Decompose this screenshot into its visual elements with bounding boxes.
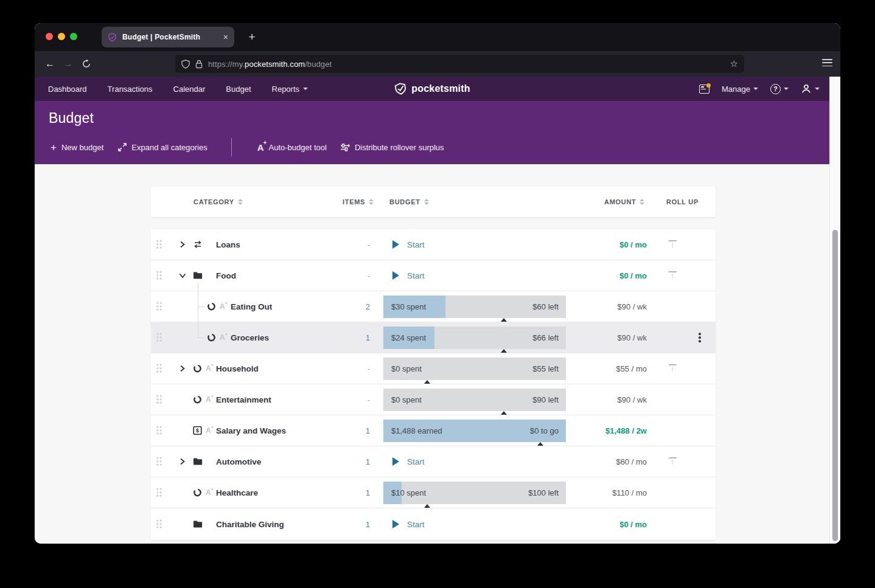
- nav-transactions[interactable]: Transactions: [108, 85, 153, 94]
- items-count-link[interactable]: 1: [344, 520, 370, 529]
- nav-dashboard[interactable]: Dashboard: [48, 85, 87, 94]
- category-name[interactable]: Household: [216, 364, 259, 373]
- window-controls[interactable]: [46, 33, 77, 40]
- nav-budget[interactable]: Budget: [226, 85, 251, 94]
- url-text[interactable]: https://my.pocketsmith.com/budget: [208, 60, 332, 69]
- sort-icon[interactable]: [238, 199, 243, 205]
- nav-reports[interactable]: Reports: [272, 85, 309, 94]
- manage-menu[interactable]: Manage: [722, 85, 758, 94]
- new-budget-button[interactable]: + New budget: [51, 142, 103, 153]
- chevron-right-icon[interactable]: [179, 365, 186, 372]
- chevron-right-icon[interactable]: [179, 241, 186, 248]
- category-name[interactable]: Food: [216, 271, 236, 280]
- budget-bar[interactable]: $24 spent $66 left: [383, 327, 566, 349]
- sort-icon[interactable]: [640, 199, 644, 205]
- chevron-down-icon[interactable]: [179, 272, 186, 279]
- scrollbar-track[interactable]: [829, 77, 840, 544]
- nav-calendar[interactable]: Calendar: [173, 85, 206, 94]
- account-menu[interactable]: [801, 83, 820, 94]
- drag-handle-icon[interactable]: [156, 519, 162, 530]
- category-name[interactable]: Healthcare: [216, 488, 258, 497]
- column-budget[interactable]: Budget: [389, 187, 429, 217]
- drag-handle-icon[interactable]: [156, 426, 162, 436]
- table-row[interactable]: Food - Start $0 / mo ↑: [151, 260, 716, 291]
- category-name[interactable]: Eating Out: [231, 302, 272, 311]
- rollup-icon[interactable]: ↑: [666, 271, 679, 280]
- category-name[interactable]: Charitable Giving: [216, 520, 284, 529]
- drag-handle-icon[interactable]: [156, 271, 162, 281]
- help-menu[interactable]: ?: [770, 84, 789, 94]
- budget-cell[interactable]: $24 spent $66 left: [383, 322, 566, 353]
- rollup-icon[interactable]: ↑: [666, 457, 679, 466]
- play-icon[interactable]: [392, 240, 399, 249]
- chevron-right-icon[interactable]: [179, 458, 186, 465]
- whats-new-icon[interactable]: [699, 85, 709, 94]
- browser-tab[interactable]: Budget | PocketSmith ×: [102, 27, 234, 47]
- budget-bar[interactable]: $10 spent $100 left: [383, 482, 566, 504]
- table-row[interactable]: A+ Healthcare 1 $10 spent $100 left $110…: [151, 477, 716, 508]
- forward-icon[interactable]: →: [59, 58, 77, 69]
- budget-bar[interactable]: $30 spent $60 left: [383, 296, 566, 318]
- budget-cell[interactable]: Start: [383, 446, 566, 477]
- back-icon[interactable]: ←: [41, 58, 59, 69]
- start-budget-link[interactable]: Start: [407, 271, 425, 280]
- table-row[interactable]: A+ Household - $0 spent $55 left $55 / m…: [151, 353, 716, 384]
- column-items[interactable]: Items: [343, 187, 374, 217]
- play-icon[interactable]: [392, 457, 399, 466]
- table-row[interactable]: Loans - Start $0 / mo ↑: [151, 229, 716, 260]
- reload-icon[interactable]: [77, 59, 96, 69]
- start-budget-link[interactable]: Start: [407, 457, 425, 466]
- table-row[interactable]: A+ Entertainment - $0 spent $90 left $90…: [151, 384, 716, 415]
- minimize-window-icon[interactable]: [58, 33, 65, 40]
- bookmark-star-icon[interactable]: ☆: [730, 58, 738, 69]
- items-count-link[interactable]: 1: [344, 333, 370, 342]
- budget-cell[interactable]: Start: [383, 260, 566, 291]
- pocketsmith-logo[interactable]: pocketsmith: [394, 82, 470, 95]
- close-window-icon[interactable]: [46, 33, 53, 40]
- rollup-icon[interactable]: ↑: [666, 364, 679, 373]
- budget-cell[interactable]: $30 spent $60 left: [383, 291, 566, 322]
- rollup-icon[interactable]: ↑: [666, 240, 679, 249]
- items-count-link[interactable]: 1: [344, 488, 370, 497]
- items-count-link[interactable]: 1: [344, 426, 370, 435]
- category-name[interactable]: Groceries: [231, 333, 269, 342]
- items-count-link[interactable]: 2: [344, 302, 370, 311]
- table-row[interactable]: $ A+ Salary and Wages 1 $1,488 earned $0…: [151, 415, 716, 446]
- play-icon[interactable]: [392, 520, 399, 528]
- distribute-rollover-surplus-button[interactable]: Distribute rollover surplus: [340, 143, 444, 152]
- items-count-link[interactable]: 1: [344, 457, 370, 466]
- column-category[interactable]: Category: [193, 187, 243, 217]
- budget-bar[interactable]: $0 spent $55 left: [383, 358, 566, 380]
- drag-handle-icon[interactable]: [156, 364, 162, 374]
- drag-handle-icon[interactable]: [156, 302, 162, 312]
- budget-cell[interactable]: $0 spent $90 left: [383, 384, 566, 415]
- drag-handle-icon[interactable]: [156, 395, 162, 405]
- tab-close-icon[interactable]: ×: [223, 32, 228, 42]
- table-row[interactable]: A+ Eating Out 2 $30 spent $60 left $90 /…: [151, 291, 716, 322]
- shield-permissions-icon[interactable]: [181, 60, 190, 69]
- zoom-window-icon[interactable]: [70, 33, 77, 40]
- budget-cell[interactable]: $0 spent $55 left: [383, 353, 566, 384]
- lock-icon[interactable]: [195, 60, 203, 69]
- start-budget-link[interactable]: Start: [407, 240, 425, 249]
- category-name[interactable]: Loans: [216, 240, 240, 249]
- start-budget-link[interactable]: Start: [407, 520, 425, 529]
- budget-cell[interactable]: Start: [383, 229, 566, 260]
- new-tab-button[interactable]: +: [244, 29, 260, 45]
- url-bar[interactable]: https://my.pocketsmith.com/budget ☆: [175, 55, 744, 73]
- category-name[interactable]: Automotive: [216, 457, 261, 466]
- play-icon[interactable]: [392, 271, 399, 280]
- table-row[interactable]: Charitable Giving 1 Start $0 / mo: [151, 508, 716, 540]
- drag-handle-icon[interactable]: [156, 240, 162, 250]
- sort-icon[interactable]: [424, 199, 429, 205]
- table-row[interactable]: A+ Groceries 1 $24 spent $66 left $90 / …: [151, 322, 716, 353]
- budget-cell[interactable]: $10 spent $100 left: [383, 477, 566, 508]
- expand-all-categories-button[interactable]: Expand all categories: [118, 143, 207, 152]
- drag-handle-icon[interactable]: [156, 488, 162, 498]
- scrollbar-thumb[interactable]: [832, 230, 838, 541]
- sort-icon[interactable]: [369, 199, 374, 205]
- budget-bar[interactable]: $0 spent $90 left: [383, 389, 566, 411]
- table-row[interactable]: Automotive 1 Start $60 / mo ↑: [151, 446, 716, 477]
- auto-budget-tool-button[interactable]: A Auto-budget tool: [257, 143, 327, 152]
- budget-cell[interactable]: Start: [383, 508, 566, 540]
